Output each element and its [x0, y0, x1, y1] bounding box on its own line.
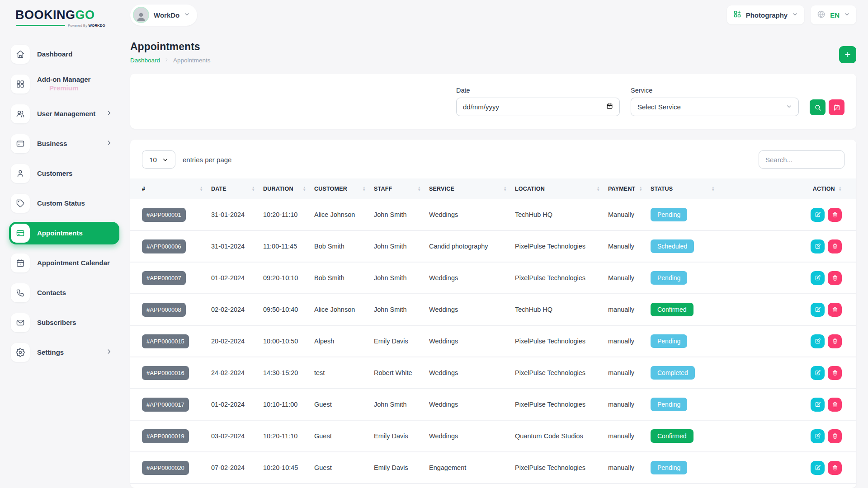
delete-appointment-button[interactable] [828, 334, 842, 348]
delete-appointment-button[interactable] [828, 239, 842, 253]
appointment-id-badge: #APP000001 [142, 208, 186, 222]
brand-name: BOOKINGGO [15, 8, 118, 22]
column-header-date[interactable]: DATE▲▼ [211, 186, 263, 192]
brand-logo[interactable]: BOOKINGGO Powered By WORKDO [9, 6, 119, 28]
cell-location: Quantum Code Studios [515, 432, 608, 440]
filter-reset-button[interactable] [829, 99, 844, 115]
edit-appointment-button[interactable] [811, 271, 825, 285]
sidebar-item-label: Subscribers [37, 319, 76, 327]
delete-appointment-button[interactable] [828, 271, 842, 285]
delete-appointment-button[interactable] [828, 461, 842, 475]
phone-icon [11, 283, 30, 302]
edit-pencil-icon [815, 338, 821, 344]
sidebar-item-label: User Management [37, 110, 95, 118]
appointment-id-badge: #APP0000015 [142, 334, 189, 348]
delete-appointment-button[interactable] [828, 303, 842, 317]
cell-payment: Manually [608, 211, 651, 218]
appointment-id-badge: #APP000008 [142, 303, 186, 317]
cell-location: PixelPulse Technologies [515, 369, 608, 376]
cell-customer: Alice Johnson [314, 306, 374, 313]
search-icon [814, 104, 821, 111]
page-size-select[interactable]: 10 [142, 150, 175, 169]
workspace-switcher[interactable]: WorkDo [130, 5, 197, 26]
cell-date: 07-02-2024 [211, 464, 263, 471]
breadcrumb-current: Appointments [173, 57, 211, 64]
column-header-staff[interactable]: STAFF▲▼ [374, 186, 429, 192]
sidebar-item-contacts[interactable]: Contacts [9, 282, 119, 304]
sidebar: BOOKINGGO Powered By WORKDO DashboardAdd… [0, 0, 128, 488]
column-header-service[interactable]: SERVICE▲▼ [429, 186, 515, 192]
mail-icon [11, 313, 30, 332]
column-header-duration[interactable]: DURATION▲▼ [263, 186, 314, 192]
column-header-location[interactable]: LOCATION▲▼ [515, 186, 608, 192]
sidebar-item-customers[interactable]: Customers [9, 162, 119, 185]
appointment-id-badge: #APP0000020 [142, 461, 189, 475]
service-select[interactable]: Select Service [631, 98, 799, 116]
cell-payment: manually [608, 432, 651, 440]
cell-service: Weddings [429, 274, 515, 282]
cell-customer: test [314, 369, 374, 376]
chevron-right-icon [106, 348, 112, 357]
sort-arrows-icon: ▲▼ [839, 186, 842, 192]
sort-arrows-icon: ▲▼ [200, 186, 203, 192]
delete-appointment-button[interactable] [828, 429, 842, 443]
sidebar-item-add-on-manager[interactable]: Add-on ManagerPremium [9, 73, 119, 95]
cell-action [723, 429, 842, 443]
language-switcher[interactable]: EN [811, 5, 856, 24]
chevron-down-icon [162, 157, 168, 163]
cell-action [723, 303, 842, 317]
edit-appointment-button[interactable] [811, 429, 825, 443]
cell-staff: John Smith [374, 243, 429, 250]
column-header-status[interactable]: STATUS▲▼ [651, 186, 723, 192]
edit-appointment-button[interactable] [811, 239, 825, 253]
edit-appointment-button[interactable] [811, 208, 825, 222]
delete-appointment-button[interactable] [828, 366, 842, 380]
sidebar-item-custom-status[interactable]: Custom Status [9, 192, 119, 215]
column-header-id[interactable]: #▲▼ [142, 186, 211, 192]
cell-location: PixelPulse Technologies [515, 464, 608, 471]
edit-pencil-icon [815, 370, 821, 376]
cell-customer: Guest [314, 432, 374, 440]
sidebar-item-subscribers[interactable]: Subscribers [9, 311, 119, 334]
sidebar-item-appointments[interactable]: Appointments [9, 222, 119, 244]
date-filter-field: Date dd/mm/yyyy [456, 87, 620, 116]
brand-tagline: Powered By WORKDO [15, 23, 118, 28]
column-header-action[interactable]: ACTION▲▼ [723, 186, 842, 192]
filter-search-button[interactable] [810, 99, 826, 115]
sidebar-item-dashboard[interactable]: Dashboard [9, 43, 119, 66]
sidebar-item-user-management[interactable]: User Management [9, 103, 119, 125]
cell-customer: Alpesh [314, 338, 374, 345]
cell-service: Candid photography [429, 243, 515, 250]
date-input[interactable]: dd/mm/yyyy [456, 98, 620, 116]
sidebar-item-settings[interactable]: Settings [9, 341, 119, 364]
edit-appointment-button[interactable] [811, 366, 825, 380]
sidebar-item-appointment-calendar[interactable]: Appointment Calendar [9, 252, 119, 274]
category-switcher[interactable]: Photography [727, 5, 805, 24]
add-appointment-button[interactable]: + [839, 46, 856, 63]
edit-appointment-button[interactable] [811, 398, 825, 412]
column-header-payment[interactable]: PAYMENT▲▼ [608, 186, 651, 192]
cell-location: TechHub HQ [515, 306, 608, 313]
table-controls: 10 entries per page [130, 150, 856, 178]
card-icon [11, 134, 30, 153]
column-header-customer[interactable]: CUSTOMER▲▼ [314, 186, 374, 192]
trash-icon [832, 338, 838, 344]
cell-duration: 09:50-10:40 [263, 306, 314, 313]
edit-appointment-button[interactable] [811, 461, 825, 475]
cell-service: Weddings [429, 432, 515, 440]
cell-duration: 11:00-11:45 [263, 243, 314, 250]
appointment-id-badge: #APP0000016 [142, 366, 189, 380]
cell-staff: Robert White [374, 369, 429, 376]
delete-appointment-button[interactable] [828, 208, 842, 222]
breadcrumb-dashboard-link[interactable]: Dashboard [130, 57, 160, 64]
edit-appointment-button[interactable] [811, 303, 825, 317]
chevron-down-icon [844, 11, 850, 19]
cell-action [723, 461, 842, 475]
calendar-picker-icon[interactable] [606, 103, 613, 111]
cell-action [723, 366, 842, 380]
sidebar-item-business[interactable]: Business [9, 132, 119, 155]
table-search-input[interactable] [759, 150, 844, 169]
delete-appointment-button[interactable] [828, 398, 842, 412]
edit-appointment-button[interactable] [811, 334, 825, 348]
cell-location: TechHub HQ [515, 211, 608, 218]
